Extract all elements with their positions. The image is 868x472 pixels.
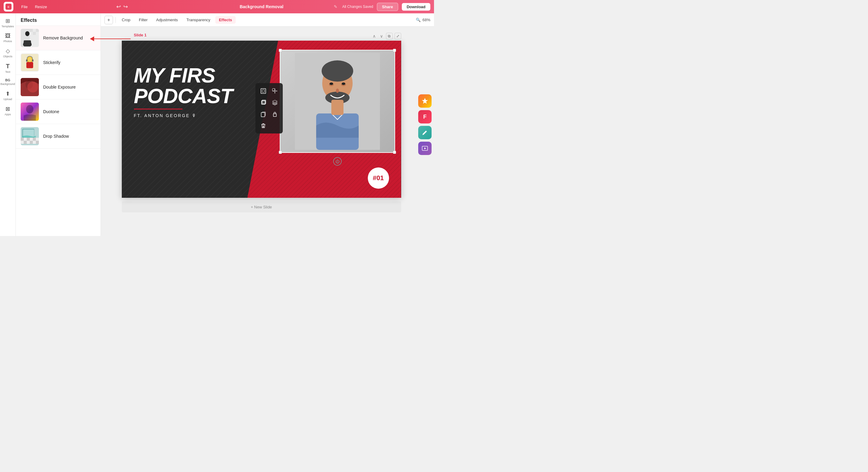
ctx-layers-icon[interactable] (269, 97, 280, 108)
svg-rect-30 (36, 138, 39, 141)
effect-double-label: Double Exposure (43, 85, 75, 90)
podcast-text-area: MY FIRS PODCAST FT. ANTON GEORGE 🎙 (134, 65, 232, 118)
slide-down-button[interactable]: ∨ (379, 33, 384, 39)
svg-rect-52 (262, 100, 266, 104)
resize-menu[interactable]: Resize (32, 3, 50, 10)
effect-drop-shadow[interactable]: Drop Shadow (16, 124, 100, 149)
download-button[interactable]: Download (402, 3, 430, 11)
slide-header: Slide 1 ∧ ∨ ⧉ ⤢ (122, 33, 401, 39)
magic-media-button[interactable] (418, 142, 432, 155)
crop-button[interactable]: Crop (118, 16, 134, 24)
resize-handle-br[interactable] (393, 151, 396, 154)
upload-icon: ⬆ (5, 91, 10, 97)
new-slide-button[interactable]: + New Slide (122, 201, 401, 212)
effect-sticker-thumb (21, 54, 39, 72)
svg-point-22 (26, 105, 33, 113)
objects-label: Objects (3, 55, 12, 58)
arrow-line (94, 38, 131, 39)
zoom-level: 68% (423, 18, 430, 22)
transparency-button[interactable]: Transparency (183, 16, 214, 24)
toolbar: + Crop Filter Adjustments Transparency E… (101, 13, 434, 27)
templates-label: Templates (2, 25, 14, 28)
undo-button[interactable]: ↩ (116, 3, 121, 10)
svg-rect-26 (24, 138, 27, 141)
resize-handle-bl[interactable] (279, 151, 282, 154)
ctx-duplicate-icon[interactable] (258, 97, 269, 108)
svg-rect-4 (30, 29, 33, 32)
effect-stickerify[interactable]: Stickerify (16, 50, 100, 75)
file-menu[interactable]: File (18, 3, 31, 10)
canvas-scroll[interactable]: Slide 1 ∧ ∨ ⧉ ⤢ (101, 27, 434, 236)
episode-badge: #01 (368, 167, 389, 189)
font-pairing-button[interactable]: F (418, 110, 432, 124)
svg-point-40 (322, 60, 353, 81)
resize-handle-tl[interactable] (279, 49, 282, 52)
effect-duotone-thumb (21, 103, 39, 121)
redo-button[interactable]: ↪ (123, 3, 128, 10)
podcast-divider-line (134, 109, 183, 109)
svg-text:c: c (8, 5, 9, 8)
element-context-menu (255, 83, 283, 133)
zoom-icon: 🔍 (416, 18, 421, 22)
magic-recommendations-button[interactable] (418, 94, 432, 108)
objects-icon: ◇ (6, 47, 10, 54)
effect-remove-background[interactable]: Remove Background (16, 26, 100, 50)
effect-sticker-label: Stickerify (43, 60, 60, 65)
expand-slide-button[interactable]: ⤢ (395, 33, 401, 39)
svg-rect-36 (36, 141, 39, 144)
sidebar-item-upload[interactable]: ⬆ Upload (1, 89, 14, 103)
podcast-title-line1: MY FIRS (134, 65, 232, 86)
add-button[interactable]: + (104, 16, 113, 24)
svg-rect-50 (272, 89, 275, 91)
svg-rect-11 (24, 40, 31, 46)
save-status: All Changes Saved (342, 5, 373, 9)
upload-label: Upload (3, 98, 12, 101)
remove-element-button[interactable]: ⏻ (333, 157, 342, 166)
sidebar-item-templates[interactable]: ⊞ Templates (1, 16, 14, 30)
app-logo[interactable]: c (4, 2, 13, 11)
svg-rect-6 (36, 29, 39, 32)
effect-duotone[interactable]: Duotone (16, 100, 100, 124)
selected-photo-element[interactable]: ⏻ (280, 50, 395, 153)
filter-button[interactable]: Filter (135, 16, 151, 24)
ctx-lock-icon[interactable] (269, 109, 280, 120)
ctx-copy-icon[interactable] (258, 109, 269, 120)
sidebar-icons: ⊞ Templates 🖼 Photos ◇ Objects T Text BG… (0, 13, 16, 236)
share-button[interactable]: Share (377, 3, 398, 11)
sidebar-item-text[interactable]: T Text (1, 61, 14, 75)
sidebar-item-background[interactable]: BG Background (1, 76, 14, 87)
resize-handle-tr[interactable] (393, 49, 396, 52)
duplicate-slide-button[interactable]: ⧉ (386, 33, 393, 39)
effects-button[interactable]: Effects (215, 16, 236, 24)
slide-up-button[interactable]: ∧ (371, 33, 377, 39)
ctx-flip-icon[interactable] (269, 86, 280, 97)
apps-icon: ⊠ (5, 106, 10, 112)
svg-rect-35 (33, 141, 36, 144)
svg-rect-32 (24, 141, 27, 144)
svg-rect-49 (261, 89, 266, 94)
edit-title-icon[interactable]: ✎ (334, 4, 337, 9)
effect-double-thumb (21, 78, 39, 96)
svg-rect-31 (21, 141, 24, 144)
sidebar-item-apps[interactable]: ⊠ Apps (1, 104, 14, 118)
svg-point-10 (25, 31, 29, 36)
photos-icon: 🖼 (5, 33, 11, 39)
effect-double-exposure[interactable]: Double Exposure (16, 75, 100, 100)
magic-write-button[interactable] (418, 126, 432, 139)
text-label: Text (5, 70, 10, 73)
svg-rect-8 (33, 32, 36, 35)
zoom-control[interactable]: 🔍 68% (416, 18, 430, 22)
sidebar-item-photos[interactable]: 🖼 Photos (1, 31, 14, 44)
sidebar-item-objects[interactable]: ◇ Objects (1, 46, 14, 60)
ctx-delete-icon[interactable] (258, 120, 269, 131)
arrow-indicator (90, 36, 131, 41)
effects-panel-title: Effects (16, 13, 100, 26)
ctx-resize-icon[interactable] (258, 86, 269, 97)
header: c File Resize ↩ ↪ Background Removal ✎ A… (0, 0, 434, 13)
svg-rect-14 (26, 62, 33, 68)
svg-rect-54 (273, 114, 276, 116)
arrow-head (90, 36, 94, 41)
undo-redo-group: ↩ ↪ (116, 3, 128, 10)
adjustments-button[interactable]: Adjustments (152, 16, 182, 24)
slide-canvas[interactable]: MY FIRS PODCAST FT. ANTON GEORGE 🎙 (122, 41, 401, 198)
